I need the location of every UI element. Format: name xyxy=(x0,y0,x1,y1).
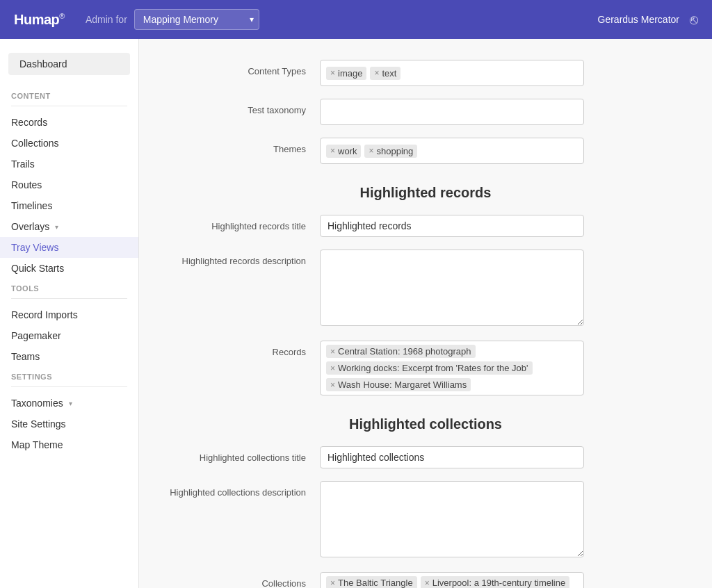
highlighted-records-title-row: Highlighted records title xyxy=(167,215,684,237)
sidebar-item-record-imports[interactable]: Record Imports xyxy=(0,304,138,325)
taxonomies-arrow-icon: ▾ xyxy=(69,400,72,407)
records-row: Records × Central Station: 1968 photogra… xyxy=(167,341,684,395)
sidebar-section-settings: SETTINGS xyxy=(0,367,138,384)
tag-work-remove[interactable]: × xyxy=(330,147,335,155)
highlighted-collections-desc-textarea[interactable] xyxy=(320,481,584,557)
tag-work-label: work xyxy=(338,146,357,156)
sidebar-item-routes[interactable]: Routes xyxy=(0,174,138,195)
main-layout: Dashboard CONTENT Records Collections Tr… xyxy=(0,39,712,588)
highlighted-collections-title-field xyxy=(320,446,584,468)
themes-row: Themes × work × shopping xyxy=(167,138,684,164)
user-name: Gerardus Mercator xyxy=(598,14,679,25)
sidebar-item-overlays[interactable]: Overlays ▾ xyxy=(0,216,138,237)
themes-label: Themes xyxy=(167,138,320,156)
tag-work: × work xyxy=(326,145,361,158)
content-types-row: Content Types × image × text xyxy=(167,60,684,86)
sidebar-section-content: CONTENT xyxy=(0,86,138,103)
tag-working-docks-remove[interactable]: × xyxy=(330,364,335,373)
tag-liverpool-timeline-remove[interactable]: × xyxy=(425,579,430,587)
collections-tag-field[interactable]: × The Baltic Triangle × Liverpool: a 19t… xyxy=(320,572,584,588)
highlighted-collections-section-title: Highlighted collections xyxy=(167,416,684,432)
highlighted-collections-desc-field xyxy=(320,481,584,560)
tag-baltic-triangle-remove[interactable]: × xyxy=(330,579,335,587)
content-types-tag-field[interactable]: × image × text xyxy=(320,60,584,86)
highlighted-collections-title-row: Highlighted collections title xyxy=(167,446,684,468)
sidebar-item-dashboard[interactable]: Dashboard xyxy=(8,53,130,75)
sidebar-divider-settings xyxy=(11,386,127,387)
records-tag-field[interactable]: × Central Station: 1968 photograph × Wor… xyxy=(320,341,584,395)
tag-text-label: text xyxy=(382,68,396,79)
sidebar-divider-content xyxy=(11,106,127,106)
tag-baltic-triangle-label: The Baltic Triangle xyxy=(338,578,413,588)
sidebar-item-teams[interactable]: Teams xyxy=(0,346,138,367)
test-taxonomy-row: Test taxonomy xyxy=(167,99,684,125)
tag-wash-house: × Wash House: Margaret Williams xyxy=(326,378,471,391)
project-select[interactable]: Mapping Memory xyxy=(134,9,259,30)
themes-tag-field[interactable]: × work × shopping xyxy=(320,138,584,164)
highlighted-records-desc-field xyxy=(320,250,584,328)
sidebar-item-pagemaker[interactable]: Pagemaker xyxy=(0,325,138,346)
themes-field: × work × shopping xyxy=(320,138,584,164)
sidebar-item-tray-views[interactable]: Tray Views xyxy=(0,237,138,258)
tag-central-station: × Central Station: 1968 photograph xyxy=(326,345,476,358)
test-taxonomy-field xyxy=(320,99,584,125)
sidebar: Dashboard CONTENT Records Collections Tr… xyxy=(0,39,139,588)
tag-liverpool-timeline: × Liverpool: a 19th-century timeline xyxy=(421,576,570,588)
highlighted-records-title-input[interactable] xyxy=(320,215,584,237)
highlighted-collections-title-input[interactable] xyxy=(320,446,584,468)
tag-wash-house-remove[interactable]: × xyxy=(330,381,335,389)
records-field: × Central Station: 1968 photograph × Wor… xyxy=(320,341,584,395)
sidebar-section-tools: TOOLS xyxy=(0,279,138,295)
main-content: Content Types × image × text Test taxono… xyxy=(139,39,712,588)
tag-working-docks: × Working docks: Excerpt from 'Rates for… xyxy=(326,361,533,375)
highlighted-records-title: Highlighted records xyxy=(167,185,684,201)
tag-text-remove[interactable]: × xyxy=(374,69,379,77)
sidebar-item-trails[interactable]: Trails xyxy=(0,154,138,174)
test-taxonomy-tag-field[interactable] xyxy=(320,99,584,125)
sidebar-item-quick-starts[interactable]: Quick Starts xyxy=(0,258,138,279)
tag-image: × image xyxy=(326,67,366,80)
tag-image-remove[interactable]: × xyxy=(330,69,335,77)
tag-working-docks-label: Working docks: Excerpt from 'Rates for t… xyxy=(338,363,528,373)
collections-label: Collections xyxy=(167,572,320,588)
logo-text: Humap® xyxy=(14,12,65,28)
tag-baltic-triangle: × The Baltic Triangle xyxy=(326,576,417,588)
records-label: Records xyxy=(167,341,320,359)
logo: Humap® xyxy=(14,12,65,28)
app-header: Humap® Admin for Mapping Memory ▾ Gerard… xyxy=(0,0,712,39)
highlighted-records-desc-label: Highlighted records description xyxy=(167,250,320,268)
tag-text: × text xyxy=(370,67,400,80)
sidebar-item-site-settings[interactable]: Site Settings xyxy=(0,414,138,434)
tag-image-label: image xyxy=(338,68,362,79)
test-taxonomy-label: Test taxonomy xyxy=(167,99,320,117)
sidebar-divider-tools xyxy=(11,298,127,299)
sidebar-item-map-theme[interactable]: Map Theme xyxy=(0,434,138,455)
highlighted-records-desc-textarea[interactable] xyxy=(320,250,584,326)
tag-shopping-theme-remove[interactable]: × xyxy=(369,147,373,155)
highlighted-records-title-label: Highlighted records title xyxy=(167,215,320,233)
content-types-label: Content Types xyxy=(167,60,320,78)
collections-row: Collections × The Baltic Triangle × Live… xyxy=(167,572,684,588)
logo-superscript: ® xyxy=(59,12,65,20)
tag-shopping-theme-label: shopping xyxy=(376,146,413,156)
tag-central-station-label: Central Station: 1968 photograph xyxy=(338,346,471,357)
sidebar-item-collections[interactable]: Collections xyxy=(0,133,138,154)
tag-shopping-theme: × shopping xyxy=(364,145,417,158)
project-selector[interactable]: Mapping Memory ▾ xyxy=(134,9,259,30)
highlighted-records-desc-row: Highlighted records description xyxy=(167,250,684,328)
tag-wash-house-label: Wash House: Margaret Williams xyxy=(338,379,467,390)
sidebar-item-records[interactable]: Records xyxy=(0,112,138,133)
admin-for-label: Admin for xyxy=(86,14,127,25)
highlighted-collections-title-label: Highlighted collections title xyxy=(167,446,320,464)
collections-field: × The Baltic Triangle × Liverpool: a 19t… xyxy=(320,572,584,588)
overlays-arrow-icon: ▾ xyxy=(55,223,58,231)
highlighted-records-title-field xyxy=(320,215,584,237)
sidebar-item-timelines[interactable]: Timelines xyxy=(0,195,138,216)
logout-icon[interactable]: ⎋ xyxy=(690,12,698,28)
content-types-field: × image × text xyxy=(320,60,584,86)
highlighted-collections-desc-label: Highlighted collections description xyxy=(167,481,320,499)
tag-liverpool-timeline-label: Liverpool: a 19th-century timeline xyxy=(432,578,566,588)
tag-central-station-remove[interactable]: × xyxy=(330,348,335,356)
highlighted-collections-desc-row: Highlighted collections description xyxy=(167,481,684,560)
sidebar-item-taxonomies[interactable]: Taxonomies ▾ xyxy=(0,393,138,414)
